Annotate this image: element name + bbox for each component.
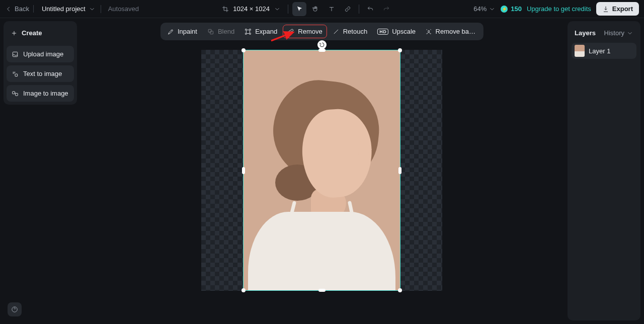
undo-button[interactable] [363,2,377,16]
history-label: History [604,29,624,37]
blend-button: Blend [203,25,239,38]
layer-thumbnail [575,45,585,57]
top-bar-left: Back Untitled project Autosaved [5,5,139,13]
svg-point-8 [428,30,430,32]
credits-chip[interactable]: ⚡ 150 [501,5,522,13]
plus-icon [11,30,18,37]
inpaint-button[interactable]: Inpaint [163,25,202,38]
text-tool[interactable] [325,2,339,16]
zoom-control[interactable]: 64% [473,5,496,13]
top-bar: Back Untitled project Autosaved 1024 × 1… [0,0,644,18]
lp-label: Image to image [23,90,68,97]
cursor-icon [296,6,303,13]
left-create-panel: Create Upload image Text to image Image … [4,21,77,105]
chevron-down-icon [489,6,496,13]
project-name[interactable]: Untitled project [42,5,96,13]
upgrade-link[interactable]: Upgrade to get credits [527,5,591,13]
inpaint-icon [167,28,174,35]
link-icon [344,6,351,13]
project-title: Untitled project [42,5,86,13]
remove-button[interactable]: Remove [283,25,327,38]
redo-icon [383,6,390,13]
chevron-down-icon [274,6,281,13]
upscale-button[interactable]: HD Upscale [373,25,420,38]
chevron-down-icon [89,6,96,13]
text-icon [328,6,335,13]
upload-image-icon [12,51,19,58]
export-button[interactable]: Export [596,2,639,16]
lp-image-to-image[interactable]: Image to image [7,85,74,102]
help-icon [11,306,18,313]
rotate-handle[interactable] [317,40,327,49]
blend-icon [207,28,214,35]
layer-name: Layer 1 [589,47,610,55]
wand-icon [333,28,340,35]
top-bar-center: 1024 × 1024 [219,2,393,16]
cursor-tool[interactable] [292,2,306,16]
svg-rect-3 [16,93,18,96]
history-dropdown[interactable]: History [604,29,633,37]
eraser-icon [287,28,294,35]
retouch-button[interactable]: Retouch [328,25,372,38]
svg-rect-6 [210,31,213,34]
lp-label: Upload image [23,50,63,58]
svg-rect-7 [247,30,250,33]
remove-bg-icon [426,28,432,35]
lp-label: Text to image [23,70,62,77]
svg-rect-5 [208,29,211,32]
hand-tool[interactable] [308,2,323,16]
layers-title: Layers [575,29,596,37]
link-tool[interactable] [341,2,355,16]
credits-value: 150 [511,5,522,13]
back-button[interactable]: Back [5,5,34,13]
undo-icon [367,6,374,13]
svg-rect-2 [13,91,15,94]
canvas[interactable] [201,50,442,291]
top-bar-right: 64% ⚡ 150 Upgrade to get credits Export [473,2,639,16]
image-to-image-icon [12,90,19,97]
dimensions-button[interactable]: 1024 × 1024 [219,3,284,15]
hand-icon [312,6,319,13]
export-label: Export [612,5,633,13]
rotate-icon [319,42,325,48]
dimensions-value: 1024 × 1024 [233,5,270,13]
context-toolbar: Inpaint Blend Expand Remove Retouch HD U… [160,23,484,40]
download-icon [602,6,609,13]
hd-badge: HD [377,29,388,35]
lp-upload-image[interactable]: Upload image [7,46,74,62]
lp-text-to-image[interactable]: Text to image [7,65,74,82]
autosaved-status: Autosaved [108,5,139,13]
credits-bolt-icon: ⚡ [501,6,508,13]
chevron-left-icon [5,6,12,13]
back-label: Back [15,5,29,13]
create-title: Create [22,29,42,37]
help-button[interactable] [8,302,22,316]
layer-image[interactable] [243,50,400,291]
expand-icon [245,28,252,35]
layer-item[interactable]: Layer 1 [572,43,636,59]
text-to-image-icon [12,70,19,77]
chevron-down-icon [626,30,633,37]
remove-background-button[interactable]: Remove back… [421,25,481,38]
create-header: Create [7,24,74,43]
crop-icon [222,6,229,13]
zoom-value: 64% [473,5,487,13]
redo-button[interactable] [379,2,393,16]
layers-panel: Layers History Layer 1 [568,21,640,320]
expand-button[interactable]: Expand [240,25,282,38]
svg-rect-1 [15,74,18,76]
svg-rect-0 [13,52,17,56]
